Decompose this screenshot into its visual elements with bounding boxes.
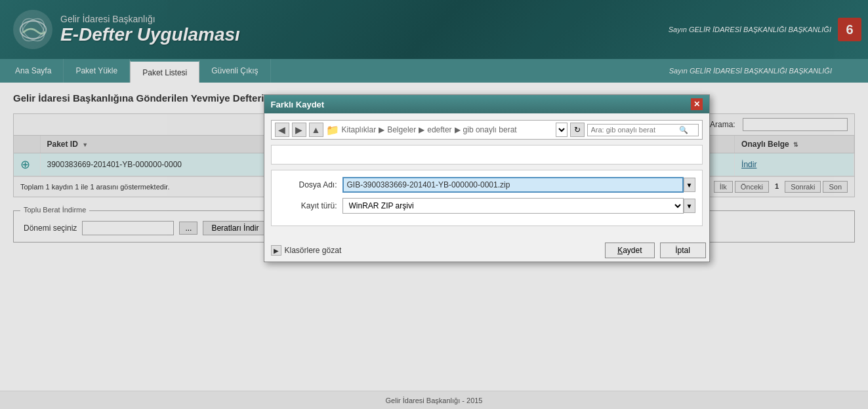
crumb-edefter[interactable]: edefter xyxy=(427,125,451,134)
path-back-btn[interactable]: ◀ xyxy=(275,123,289,137)
kayit-turu-row: Kayıt türü: WinRAR ZIP arşivi ▼ xyxy=(278,198,695,214)
kayit-turu-value: WinRAR ZIP arşivi ▼ xyxy=(342,198,695,214)
crumb-belgeler[interactable]: Belgeler xyxy=(387,125,416,134)
search-icon: 🔍 xyxy=(679,126,688,134)
path-breadcrumb: Kitaplıklar ▶ Belgeler ▶ edefter ▶ gib o… xyxy=(342,125,553,134)
kaydet-label: Kaydet xyxy=(617,246,642,255)
path-folder-icon: 📁 xyxy=(326,124,339,136)
iptal-button[interactable]: İptal xyxy=(660,243,706,258)
dialog-action-buttons: Kaydet İptal xyxy=(605,243,705,258)
dosya-adi-input[interactable] xyxy=(342,177,684,193)
dosya-adi-row: Dosya Adı: ▼ xyxy=(278,177,695,193)
dosya-adi-value: ▼ xyxy=(342,177,695,193)
file-area xyxy=(271,145,703,165)
path-forward-btn[interactable]: ▶ xyxy=(292,123,306,137)
dialog-titlebar: Farklı Kaydet ✕ xyxy=(264,95,709,113)
kayit-turu-select[interactable]: WinRAR ZIP arşivi xyxy=(342,198,684,214)
dosya-adi-label: Dosya Adı: xyxy=(278,180,337,189)
dialog-footer: ▶ Klasörlere gözat Kaydet İptal xyxy=(264,239,709,262)
path-search-input[interactable] xyxy=(591,126,676,134)
dialog-overlay: Farklı Kaydet ✕ ◀ ▶ ▲ 📁 Kitaplıklar ▶ Be… xyxy=(0,0,868,409)
save-dialog: Farklı Kaydet ✕ ◀ ▶ ▲ 📁 Kitaplıklar ▶ Be… xyxy=(264,94,710,262)
dosya-adi-dropdown-btn[interactable]: ▼ xyxy=(684,178,695,192)
dialog-body: ◀ ▶ ▲ 📁 Kitaplıklar ▶ Belgeler ▶ edefter… xyxy=(264,113,709,239)
crumb-kitapliklar[interactable]: Kitaplıklar xyxy=(342,125,377,134)
expand-icon: ▶ xyxy=(271,245,281,256)
klasorler-btn[interactable]: ▶ Klasörlere gözat xyxy=(271,245,342,256)
dialog-title: Farklı Kaydet xyxy=(271,100,325,109)
dialog-close-button[interactable]: ✕ xyxy=(691,98,703,110)
path-dropdown[interactable] xyxy=(556,123,568,137)
kayit-turu-label: Kayıt türü: xyxy=(278,201,337,210)
crumb-gib-onaylibelge[interactable]: gib onaylı berat xyxy=(463,125,517,134)
path-bar: ◀ ▶ ▲ 📁 Kitaplıklar ▶ Belgeler ▶ edefter… xyxy=(271,120,703,140)
kayit-turu-dropdown-btn[interactable]: ▼ xyxy=(684,199,695,213)
path-search-box: 🔍 xyxy=(587,124,699,136)
klasorler-label: Klasörlere gözat xyxy=(285,246,342,255)
kaydet-button[interactable]: Kaydet xyxy=(605,243,654,258)
path-up-btn[interactable]: ▲ xyxy=(309,123,323,137)
path-refresh-btn[interactable]: ↻ xyxy=(570,123,585,137)
file-form: Dosya Adı: ▼ Kayıt türü: WinRAR ZIP arşi… xyxy=(271,170,703,226)
